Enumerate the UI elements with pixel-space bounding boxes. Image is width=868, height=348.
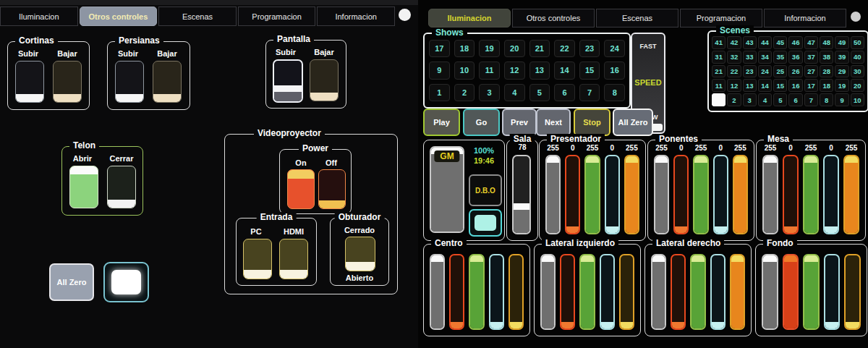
channel-fader-green[interactable]: [690, 254, 705, 330]
fader-handle[interactable]: [764, 156, 777, 163]
scene-button-35[interactable]: 35: [773, 51, 787, 64]
channel-fader-green[interactable]: [803, 254, 820, 330]
fader-handle[interactable]: [451, 322, 463, 328]
fader-handle[interactable]: [712, 322, 724, 328]
channel-fader-orange[interactable]: [783, 155, 799, 234]
show-button-20[interactable]: 20: [504, 40, 525, 57]
scene-button-11[interactable]: 11: [712, 79, 726, 92]
scene-button-19[interactable]: 19: [835, 79, 848, 92]
scene-button-25[interactable]: 25: [773, 65, 787, 78]
shutter-button[interactable]: [345, 237, 375, 271]
fader-handle[interactable]: [784, 255, 798, 262]
channel-fader-orange[interactable]: [671, 254, 686, 330]
scene-button-42[interactable]: 42: [727, 36, 741, 49]
scene-button-8[interactable]: 8: [820, 93, 833, 106]
channel-fader-cyan[interactable]: [823, 155, 839, 234]
scene-button-5[interactable]: 5: [773, 93, 787, 106]
show-button-5[interactable]: 5: [529, 84, 550, 101]
fader-handle[interactable]: [692, 255, 704, 262]
scene-button-9[interactable]: 9: [835, 93, 848, 106]
scene-button-50[interactable]: 50: [851, 36, 864, 49]
show-button-18[interactable]: 18: [454, 40, 475, 57]
input-hdmi-button[interactable]: [279, 239, 308, 279]
fader-handle[interactable]: [601, 322, 613, 328]
channel-fader-cyan[interactable]: [605, 155, 620, 234]
show-button-2[interactable]: 2: [454, 84, 475, 101]
scene-button-33[interactable]: 33: [743, 51, 757, 64]
channel-fader-amber[interactable]: [730, 254, 745, 330]
scene-button-36[interactable]: 36: [788, 51, 802, 64]
show-button-4[interactable]: 4: [504, 84, 525, 101]
dbo-button[interactable]: D.B.O: [469, 174, 502, 206]
fader-handle[interactable]: [825, 226, 838, 233]
channel-fader-gray[interactable]: [545, 155, 561, 234]
scene-button-14[interactable]: 14: [758, 79, 772, 92]
scene-button-28[interactable]: 28: [820, 65, 833, 78]
channel-fader-amber[interactable]: [509, 254, 524, 330]
scene-button-23[interactable]: 23: [743, 65, 757, 78]
sala-fader[interactable]: [512, 155, 531, 234]
channel-fader-gray[interactable]: [430, 254, 445, 330]
all-zero-button-left[interactable]: All Zero: [49, 263, 94, 301]
projector-on-button[interactable]: [287, 169, 315, 209]
scene-button-6[interactable]: 6: [788, 93, 802, 106]
fader-handle[interactable]: [672, 322, 684, 328]
channel-fader-cyan[interactable]: [824, 254, 841, 330]
scene-button-12[interactable]: 12: [727, 79, 741, 92]
fader-handle[interactable]: [675, 226, 687, 233]
scene-button-4[interactable]: 4: [758, 93, 772, 106]
fader-handle[interactable]: [490, 322, 503, 328]
channel-fader-green[interactable]: [803, 155, 819, 234]
left-power-led-icon[interactable]: [399, 9, 411, 21]
show-button-7[interactable]: 7: [579, 84, 600, 101]
fader-handle[interactable]: [734, 156, 746, 163]
show-button-8[interactable]: 8: [604, 84, 625, 101]
tab-informacion[interactable]: Informacion: [764, 9, 846, 27]
channel-fader-green[interactable]: [579, 254, 595, 330]
flash-cyan-button[interactable]: [469, 209, 502, 237]
show-button-11[interactable]: 11: [479, 61, 500, 79]
channel-fader-amber[interactable]: [624, 155, 639, 234]
show-button-13[interactable]: 13: [529, 61, 550, 79]
channel-fader-gray[interactable]: [540, 254, 556, 330]
fader-handle[interactable]: [784, 226, 797, 233]
show-button-23[interactable]: 23: [579, 40, 600, 57]
fader-handle[interactable]: [561, 322, 574, 328]
tab-otros-controles[interactable]: Otros controles: [512, 9, 595, 27]
show-button-9[interactable]: 9: [429, 61, 450, 79]
scene-button-26[interactable]: 26: [788, 65, 802, 78]
fader-handle[interactable]: [566, 226, 579, 233]
channel-fader-orange[interactable]: [565, 155, 580, 234]
scene-button-44[interactable]: 44: [758, 36, 772, 49]
scene-button-48[interactable]: 48: [820, 36, 833, 49]
fader-handle[interactable]: [542, 255, 554, 262]
show-button-22[interactable]: 22: [554, 40, 575, 57]
fader-handle[interactable]: [655, 156, 668, 163]
channel-fader-amber[interactable]: [843, 155, 859, 234]
fader-handle[interactable]: [586, 156, 598, 163]
show-button-24[interactable]: 24: [604, 40, 625, 57]
input-pc-button[interactable]: [243, 239, 272, 279]
channel-fader-amber[interactable]: [619, 254, 634, 330]
channel-fader-cyan[interactable]: [710, 254, 726, 330]
go-button[interactable]: Go: [463, 109, 500, 136]
show-button-1[interactable]: 1: [429, 84, 450, 101]
prev-button[interactable]: Prev: [502, 109, 537, 136]
telon-cerrar-button[interactable]: [107, 166, 136, 208]
scene-button-15[interactable]: 15: [773, 79, 787, 92]
scene-button-27[interactable]: 27: [804, 65, 818, 78]
fader-handle[interactable]: [606, 226, 618, 233]
tab-programacion[interactable]: Programacion: [238, 7, 316, 26]
cortinas-bajar-button[interactable]: [53, 61, 82, 103]
persianas-subir-button[interactable]: [115, 61, 144, 103]
channel-fader-green[interactable]: [584, 155, 600, 234]
scene-button-49[interactable]: 49: [835, 36, 848, 49]
scene-button-2[interactable]: 2: [727, 93, 741, 106]
scene-button-3[interactable]: 3: [743, 93, 757, 106]
scene-button-34[interactable]: 34: [758, 51, 772, 64]
pantalla-bajar-button[interactable]: [310, 59, 339, 101]
channel-fader-gray[interactable]: [651, 254, 666, 330]
show-button-10[interactable]: 10: [454, 61, 475, 79]
fader-handle[interactable]: [845, 156, 858, 163]
channel-fader-gray[interactable]: [654, 155, 669, 234]
